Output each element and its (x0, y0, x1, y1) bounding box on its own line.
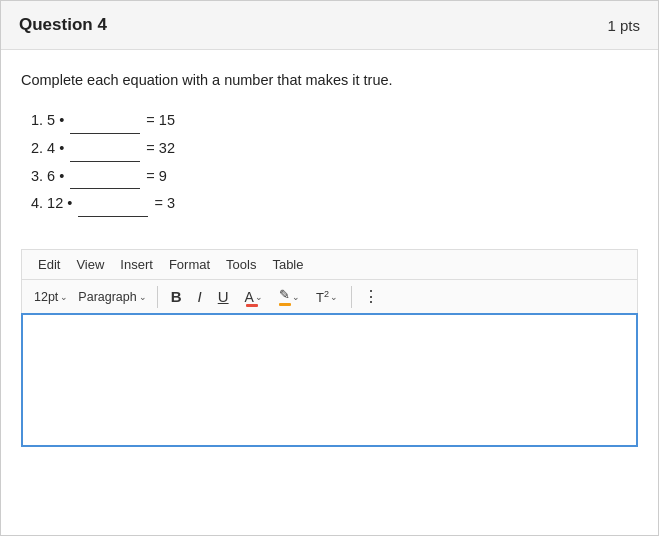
list-item: 3. 6 • = 9 (31, 162, 638, 190)
question-header: Question 4 1 pts (1, 1, 658, 50)
editor-content[interactable] (23, 315, 636, 445)
font-size-select[interactable]: 12pt ⌄ (30, 287, 72, 307)
underline-button[interactable]: U (211, 285, 236, 308)
font-color-icon: A (245, 289, 254, 305)
superscript-label: T2 (316, 289, 329, 305)
menu-view[interactable]: View (68, 254, 112, 275)
menu-table[interactable]: Table (264, 254, 311, 275)
eq2-blank (70, 134, 140, 162)
editor-area (21, 313, 638, 447)
paragraph-value: Paragraph (78, 290, 136, 304)
more-options-button[interactable]: ⋮ (358, 284, 384, 309)
menu-bar: Edit View Insert Format Tools Table (21, 249, 638, 279)
font-size-chevron-icon: ⌄ (60, 292, 68, 302)
eq3-blank (70, 162, 140, 190)
font-size-value: 12pt (34, 290, 58, 304)
superscript-button[interactable]: T2 ⌄ (309, 286, 345, 308)
superscript-chevron-icon: ⌄ (330, 292, 338, 302)
menu-format[interactable]: Format (161, 254, 218, 275)
paragraph-select[interactable]: Paragraph ⌄ (74, 287, 150, 307)
italic-button[interactable]: I (191, 285, 209, 308)
question-title: Question 4 (19, 15, 107, 35)
eq1-blank (70, 106, 140, 134)
underline-label: U (218, 288, 229, 305)
highlight-underline (279, 303, 291, 306)
font-color-chevron-icon: ⌄ (255, 292, 263, 302)
format-toolbar: 12pt ⌄ Paragraph ⌄ B I U (21, 279, 638, 313)
paragraph-chevron-icon: ⌄ (139, 292, 147, 302)
eq4-right: = 3 (154, 195, 175, 211)
question-body: Complete each equation with a number tha… (1, 50, 658, 249)
highlight-icon: ✎ (279, 287, 291, 306)
equation-list: 1. 5 • = 15 2. 4 • = 32 3. 6 • = 9 4. 12… (21, 106, 638, 217)
list-item: 1. 5 • = 15 (31, 106, 638, 134)
toolbar-area: Edit View Insert Format Tools Table 12pt… (1, 249, 658, 313)
question-instruction: Complete each equation with a number tha… (21, 72, 638, 88)
bold-button[interactable]: B (164, 285, 189, 308)
eq1-left: 1. 5 • (31, 112, 64, 128)
list-item: 2. 4 • = 32 (31, 134, 638, 162)
highlight-button[interactable]: ✎ ⌄ (272, 284, 307, 309)
highlight-chevron-icon: ⌄ (292, 292, 300, 302)
list-item: 4. 12 • = 3 (31, 189, 638, 217)
menu-edit[interactable]: Edit (30, 254, 68, 275)
toolbar-divider-1 (157, 286, 158, 308)
menu-tools[interactable]: Tools (218, 254, 264, 275)
eq4-blank (78, 189, 148, 217)
eq3-right: = 9 (146, 168, 167, 184)
eq2-right: = 32 (146, 140, 175, 156)
more-options-label: ⋮ (363, 287, 379, 306)
eq4-left: 4. 12 • (31, 195, 72, 211)
eq2-left: 2. 4 • (31, 140, 64, 156)
eq1-right: = 15 (146, 112, 175, 128)
question-points: 1 pts (607, 17, 640, 34)
italic-label: I (198, 288, 202, 305)
eq3-left: 3. 6 • (31, 168, 64, 184)
bold-label: B (171, 288, 182, 305)
menu-insert[interactable]: Insert (112, 254, 161, 275)
page-container: Question 4 1 pts Complete each equation … (0, 0, 659, 536)
toolbar-divider-2 (351, 286, 352, 308)
font-color-underline (246, 304, 258, 307)
font-color-button[interactable]: A ⌄ (238, 286, 270, 308)
